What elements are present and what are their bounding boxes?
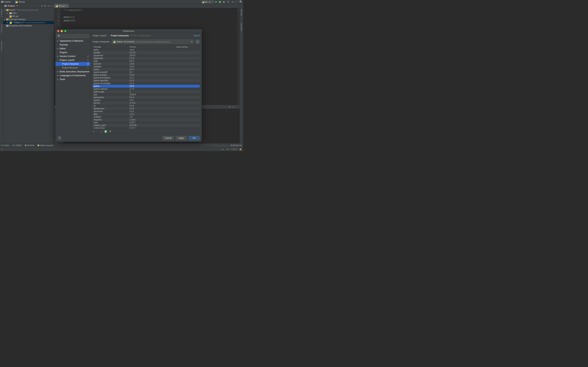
package-row[interactable]: pysocks1.6.8 xyxy=(93,62,200,65)
gear-icon[interactable]: ✶ xyxy=(196,40,200,44)
package-row[interactable]: qtpy1.4.1 xyxy=(93,113,200,116)
package-list[interactable]: pylint1.8.4pyodbc4.0.23pyopenssl18.0.0py… xyxy=(93,48,200,129)
interpreter-select[interactable]: Python 3.6 (mac01) /Users/Shared/anacond… xyxy=(112,40,194,44)
tab-001[interactable]: 001.py × xyxy=(54,4,69,8)
package-row[interactable]: python-dateutil2.7.3 xyxy=(93,88,200,90)
run-config-selector[interactable]: 001 xyxy=(201,0,214,3)
cancel-button[interactable]: Cancel xyxy=(163,136,174,140)
bottom-terminal[interactable]: ▣ Terminal xyxy=(25,144,34,146)
tree-label: < Python 3.7 > xyxy=(12,21,26,24)
coverage-icon[interactable]: ◐ xyxy=(223,1,225,3)
pref-lang[interactable]: ▶Languages & Frameworks xyxy=(55,74,90,77)
rail-sciview[interactable]: SciView xyxy=(241,9,242,16)
upgrade-icon[interactable]: ▲ xyxy=(100,130,102,133)
rail-favorites[interactable]: 2: Favorites xyxy=(0,41,3,51)
target-icon[interactable]: ⊙ xyxy=(41,5,43,7)
package-row[interactable]: pyqt5.9.2 xyxy=(93,60,200,62)
show-early-icon[interactable]: 👁 xyxy=(109,130,112,133)
debug-icon[interactable] xyxy=(219,1,221,3)
pref-appearance[interactable]: ▶Appearance & Behavior xyxy=(55,39,90,43)
rail-structure[interactable]: 7: Structure xyxy=(0,24,3,34)
attach-icon[interactable]: ⇥ xyxy=(231,1,234,3)
package-row[interactable]: pytest-openfiles0.3.0 xyxy=(93,79,200,82)
encoding[interactable]: UTF-8 xyxy=(231,148,237,150)
run-icon[interactable] xyxy=(216,1,217,3)
pref-project-interpreter[interactable]: Project Interpreter⦿ xyxy=(55,62,90,66)
package-row[interactable]: pytest-remotedata0.2.1 xyxy=(93,82,200,85)
tree-sdk[interactable]: ▶ < Python 3.7 > /usr/local/bin/python3.… xyxy=(3,21,54,24)
gear-icon[interactable]: ✶ xyxy=(229,106,231,108)
tree-venv[interactable]: ▶ venv xyxy=(3,12,54,15)
package-row[interactable]: pyzmq17.0.0 xyxy=(93,101,200,104)
package-row[interactable]: python3.6.5 xyxy=(93,85,200,88)
package-row[interactable]: scikit-image0.13.1 xyxy=(93,127,200,129)
th-version[interactable]: Version xyxy=(129,45,164,48)
package-row[interactable]: requests2.18.4 xyxy=(93,118,200,121)
pref-keymap[interactable]: Keymap xyxy=(55,43,90,47)
tree-ext-libraries[interactable]: ▼ External Libraries xyxy=(3,18,54,21)
remove-icon[interactable]: − xyxy=(97,130,98,133)
pref-build[interactable]: ▶Build, Execution, Deployment xyxy=(55,70,90,74)
bottom-todo[interactable]: ≡ 6: TODO xyxy=(12,144,21,146)
package-row[interactable]: readline7.0 xyxy=(93,116,200,118)
tree-file[interactable]: 001.py xyxy=(3,15,54,18)
package-row[interactable]: pyodbc4.0.23 xyxy=(93,51,200,54)
lock-icon[interactable]: 🔒 xyxy=(239,148,242,150)
cursor-pos[interactable]: 5:1 xyxy=(222,148,224,150)
tree-root[interactable]: ▼ mac01 ~/PycharmProjects/mac01 xyxy=(3,8,54,12)
add-icon[interactable]: ＋ xyxy=(93,130,95,133)
package-row[interactable]: pytest3.5.1 xyxy=(93,68,200,71)
search-input[interactable]: 🔍 xyxy=(57,34,89,38)
project-name[interactable]: mac01 xyxy=(5,1,11,3)
th-package[interactable]: Package xyxy=(93,45,129,48)
stop-icon[interactable]: ■ xyxy=(235,1,238,3)
search-field[interactable] xyxy=(61,35,88,37)
chevron-down-icon[interactable] xyxy=(17,5,18,6)
collapse-icon[interactable]: ⇵ xyxy=(44,5,46,7)
package-row[interactable]: pytest-astropy0.3.0 xyxy=(93,74,200,76)
hide-icon[interactable]: — xyxy=(51,5,53,7)
hide-icon[interactable]: — xyxy=(232,106,234,108)
event-log[interactable]: ◔ Event Log xyxy=(231,144,242,146)
package-row[interactable]: pytables3.4.3 xyxy=(93,65,200,68)
package-row[interactable]: python.app2 xyxy=(93,90,200,93)
package-row[interactable]: qtconsole4.3.1 xyxy=(93,110,200,113)
th-latest[interactable]: Latest version xyxy=(164,45,200,48)
package-row[interactable]: rope0.10.7 xyxy=(93,121,200,124)
pref-editor[interactable]: ▶Editor xyxy=(55,47,90,50)
close-icon[interactable]: × xyxy=(66,5,68,7)
ok-button[interactable]: OK xyxy=(189,136,200,140)
help-button[interactable]: ? xyxy=(58,136,61,140)
package-row[interactable]: pytest-arraydiff0.2 xyxy=(93,71,200,74)
package-row[interactable]: qtawesome0.4.4 xyxy=(93,107,200,110)
line-sep[interactable]: LF xyxy=(227,148,229,150)
profile-icon[interactable]: ⟳ xyxy=(227,1,229,3)
package-row[interactable]: qt5.9.5 xyxy=(93,104,200,107)
package-row[interactable]: pyopenssl18.0.0 xyxy=(93,54,200,57)
pref-tools[interactable]: ▶Tools xyxy=(55,77,90,81)
gear-icon[interactable]: ✶ xyxy=(47,5,49,7)
package-row[interactable]: pyyaml3.12 xyxy=(93,99,200,101)
tree-scratches[interactable]: Scratches and Consoles xyxy=(3,24,54,27)
bottom-run[interactable]: 4: Run xyxy=(1,144,9,146)
pref-project[interactable]: ▼Project: mac01⦿ xyxy=(55,58,90,62)
rail-database[interactable]: Database xyxy=(241,23,242,31)
bottom-pyconsole[interactable]: Python Console xyxy=(37,144,53,146)
conda-icon[interactable]: ◉ xyxy=(104,130,107,133)
package-row[interactable]: pytz2018.4 xyxy=(93,93,200,96)
pref-project-structure[interactable]: Project Structure⦿ xyxy=(55,66,90,70)
pref-plugins[interactable]: Plugins xyxy=(55,50,90,54)
package-row[interactable]: pywavelets0.5.2 xyxy=(93,96,200,99)
apply-button[interactable]: Apply xyxy=(175,136,187,140)
rail-project[interactable]: 1: Project xyxy=(0,9,3,17)
crumb-project[interactable]: Project: mac01 xyxy=(93,34,107,37)
package-row[interactable]: pyparsing2.2.0 xyxy=(93,57,200,60)
search-everywhere-icon[interactable]: 🔍 xyxy=(240,1,242,3)
package-row[interactable]: pytest-doctestplus0.1.3 xyxy=(93,76,200,79)
pref-vcs[interactable]: ▶Version Control⦿ xyxy=(55,54,90,58)
reset-link[interactable]: Reset xyxy=(194,34,200,37)
package-row[interactable]: pylint1.8.4 xyxy=(93,48,200,51)
package-row[interactable]: ruamel_yaml0.15.35 xyxy=(93,124,200,127)
status-icon[interactable]: ▢ xyxy=(1,148,3,150)
breadcrumb-file[interactable]: 001.py xyxy=(18,1,25,3)
